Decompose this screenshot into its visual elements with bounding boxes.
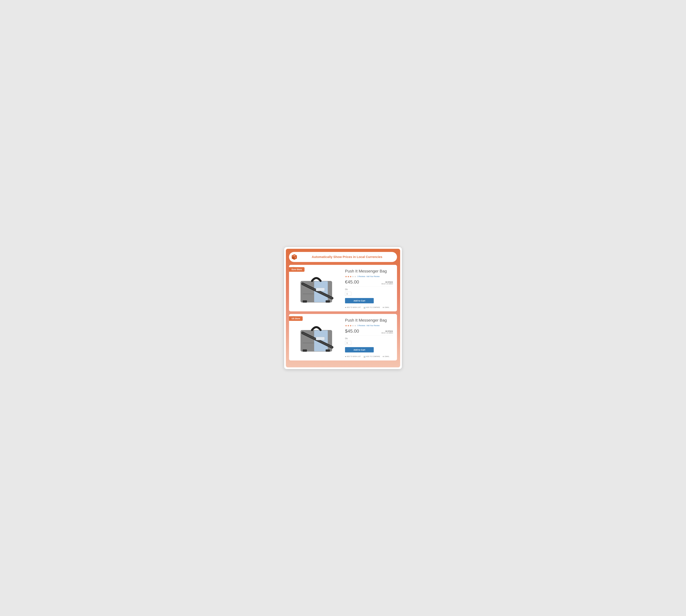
outer-frame: F M E Automatically Show Prices in Local…: [284, 247, 402, 369]
qty-label-us: Qty: [345, 337, 393, 339]
bag-image-euro: [295, 272, 338, 305]
divider-us: [345, 335, 393, 336]
compare-icon-us: 📊: [363, 356, 366, 358]
sku-us: SKU#: 24-WB04: [381, 332, 393, 334]
email-link-us[interactable]: ✉ EMAIL: [383, 356, 390, 358]
price-us: $45.00: [345, 328, 359, 334]
inner-frame: F M E Automatically Show Prices in Local…: [286, 249, 400, 367]
svg-rect-8: [316, 288, 325, 291]
email-link-euro[interactable]: ✉ EMAIL: [383, 307, 390, 308]
store-badge-us: US Store: [289, 316, 303, 321]
star-5: ★: [354, 275, 356, 278]
compare-icon-euro: 📊: [363, 307, 366, 308]
product-image-area-euro: er Bag: [289, 265, 344, 311]
sku-euro: SKU#: 24-WB04: [381, 283, 393, 285]
product-info-euro: Push It Messenger Bag ★ ★ ★ ★ ★ 3 Review…: [344, 265, 397, 311]
svg-text:M: M: [294, 255, 295, 256]
svg-rect-9: [303, 300, 307, 303]
qty-label-euro: Qty: [345, 288, 393, 290]
card-inner-euro: er Bag: [289, 265, 397, 311]
stars-us: ★ ★ ★ ★ ★: [345, 324, 356, 327]
price-row-us: $45.00 IN STOCK SKU#: 24-WB04: [345, 328, 393, 334]
card-inner-us: er Bag Push It Messenger Bag: [289, 314, 397, 360]
heart-icon-us: ♥: [345, 356, 346, 358]
header-title: Automatically Show Prices in Local Curre…: [301, 255, 394, 259]
email-icon-us: ✉: [383, 356, 384, 358]
in-stock-us: IN STOCK: [381, 330, 393, 332]
product-name-euro: Push It Messenger Bag: [345, 269, 393, 273]
compare-link-euro[interactable]: 📊 ADD TO COMPARE: [363, 307, 380, 308]
bag-image-us: [295, 322, 338, 354]
star-3: ★: [350, 275, 352, 278]
in-stock-euro: IN STOCK: [381, 281, 393, 283]
divider-euro: [345, 286, 393, 287]
price-row-euro: €45.00 IN STOCK SKU#: 24-WB04: [345, 279, 393, 285]
logo-box: F M E: [290, 253, 299, 261]
qty-input-us[interactable]: [345, 341, 351, 345]
stars-euro: ★ ★ ★ ★ ★: [345, 275, 356, 278]
add-review-euro[interactable]: Add Your Review: [367, 276, 379, 278]
add-to-cart-button-euro[interactable]: Add to Cart: [345, 298, 374, 303]
star-3-us: ★: [350, 324, 352, 327]
rating-row-us: ★ ★ ★ ★ ★ 3 Reviews Add Your Review: [345, 324, 393, 327]
star-1: ★: [345, 275, 347, 278]
svg-rect-14: [316, 337, 325, 340]
action-links-euro: ♥ ADD TO WISH LIST 📊 ADD TO COMPARE ✉ EM…: [345, 307, 393, 308]
reviews-count-euro[interactable]: 3 Reviews: [357, 276, 365, 278]
action-links-us: ♥ ADD TO WISH LIST 📊 ADD TO COMPARE ✉ EM…: [345, 356, 393, 358]
stock-sku-euro: IN STOCK SKU#: 24-WB04: [381, 281, 393, 285]
email-icon-euro: ✉: [383, 307, 384, 308]
wish-list-link-euro[interactable]: ♥ ADD TO WISH LIST: [345, 307, 361, 308]
qty-input-euro[interactable]: [345, 292, 351, 296]
svg-text:F: F: [292, 256, 293, 257]
star-5-us: ★: [354, 324, 356, 327]
star-1-us: ★: [345, 324, 347, 327]
star-2-us: ★: [347, 324, 349, 327]
product-card-us: US Store er Bag: [289, 314, 397, 360]
star-2: ★: [347, 275, 349, 278]
svg-text:E: E: [295, 257, 296, 258]
svg-rect-16: [326, 349, 330, 352]
wish-list-link-us[interactable]: ♥ ADD TO WISH LIST: [345, 356, 361, 358]
stock-sku-us: IN STOCK SKU#: 24-WB04: [381, 330, 393, 334]
svg-rect-15: [303, 349, 307, 352]
compare-link-us[interactable]: 📊 ADD TO COMPARE: [363, 356, 380, 358]
store-badge-euro: Euro Store: [289, 267, 305, 272]
price-euro: €45.00: [345, 279, 359, 285]
product-name-us: Push It Messenger Bag: [345, 318, 393, 323]
rating-row-euro: ★ ★ ★ ★ ★ 3 Reviews Add Your Review: [345, 275, 393, 278]
star-4-us: ★: [352, 324, 354, 327]
add-review-us[interactable]: Add Your Review: [367, 325, 379, 327]
product-info-us: Push It Messenger Bag ★ ★ ★ ★ ★ 3 Review…: [344, 314, 397, 360]
reviews-count-us[interactable]: 3 Reviews: [357, 325, 365, 327]
header-bar: F M E Automatically Show Prices in Local…: [289, 252, 397, 262]
product-image-area-us: er Bag: [289, 314, 344, 360]
heart-icon-euro: ♥: [345, 307, 346, 308]
fme-logo-icon: F M E: [290, 253, 298, 261]
svg-rect-10: [326, 300, 330, 303]
add-to-cart-button-us[interactable]: Add to Cart: [345, 347, 374, 352]
star-4: ★: [352, 275, 354, 278]
product-card-euro: Euro Store er Bag: [289, 265, 397, 311]
